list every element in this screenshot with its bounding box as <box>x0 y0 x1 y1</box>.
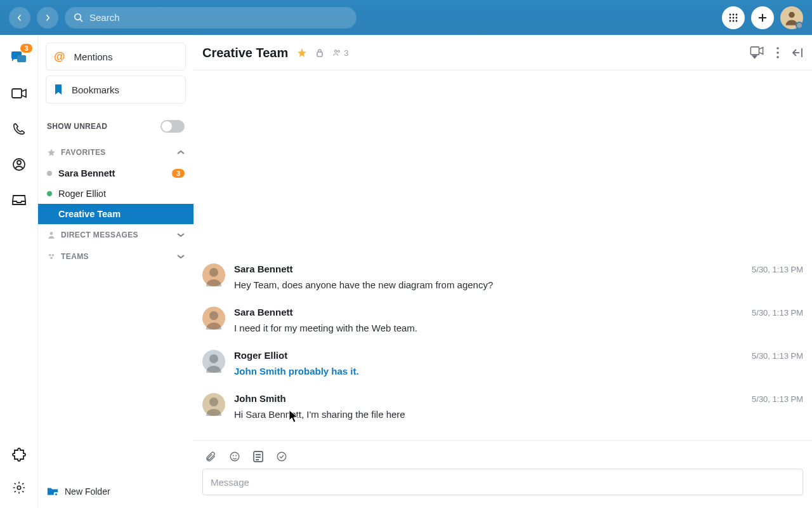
message: Roger Elliot5/30, 1:13 PMJohn Smith prob… <box>202 342 803 385</box>
collapse-panel-button[interactable] <box>792 48 803 58</box>
search-icon <box>74 13 83 22</box>
rail-contacts[interactable] <box>7 156 31 173</box>
smile-icon <box>229 451 240 462</box>
svg-point-10 <box>789 11 794 17</box>
bookmarks-tab[interactable]: Bookmarks <box>46 76 186 104</box>
dialpad-icon <box>728 13 738 23</box>
svg-point-18 <box>49 254 51 257</box>
message-author: Sara Bennett <box>234 264 293 274</box>
teams-header[interactable]: TEAMS <box>38 246 193 267</box>
svg-point-7 <box>730 20 731 22</box>
svg-point-6 <box>736 17 738 18</box>
dialpad-button[interactable] <box>722 6 745 29</box>
rail-settings[interactable] <box>7 479 31 497</box>
svg-rect-22 <box>317 52 322 57</box>
unread-badge: 3 <box>172 169 185 178</box>
chat-title: Creative Team <box>202 46 288 60</box>
show-unread-label: SHOW UNREAD <box>47 122 107 131</box>
bookmark-icon <box>54 84 63 95</box>
favorites-header[interactable]: FAVORITES <box>38 142 193 163</box>
note-button[interactable] <box>253 451 263 462</box>
mentions-tab[interactable]: @ Mentions <box>46 43 186 70</box>
message-author: Roger Elliot <box>234 350 287 361</box>
svg-point-1 <box>730 13 731 15</box>
favorite-name: Roger Elliot <box>58 189 106 199</box>
chat-header: Creative Team 3 <box>193 36 812 70</box>
svg-point-19 <box>52 254 55 257</box>
svg-point-8 <box>733 20 735 22</box>
teams-label: TEAMS <box>61 252 89 261</box>
rail-inbox[interactable] <box>7 191 31 209</box>
star-icon[interactable] <box>297 48 307 58</box>
inbox-icon <box>12 194 26 206</box>
chevron-up-icon <box>177 150 185 155</box>
message-avatar[interactable] <box>202 393 225 416</box>
caret-down-icon <box>752 55 757 59</box>
members-indicator[interactable]: 3 <box>332 48 348 58</box>
svg-rect-25 <box>750 47 759 55</box>
svg-point-30 <box>209 311 218 320</box>
composer-area <box>193 440 812 508</box>
svg-point-17 <box>50 232 53 235</box>
new-item-button[interactable] <box>751 6 774 29</box>
rail-video[interactable] <box>7 84 31 102</box>
favorite-item[interactable]: Creative Team <box>38 204 193 224</box>
favorite-item[interactable]: Roger Elliot <box>38 184 193 204</box>
svg-point-2 <box>733 13 735 15</box>
svg-point-26 <box>776 47 779 50</box>
message-timestamp: 5/30, 1:13 PM <box>752 308 803 318</box>
favorite-item[interactable]: Sara Bennett3 <box>38 163 193 184</box>
lock-icon <box>316 48 324 57</box>
message: Sara Bennett5/30, 1:13 PMI need it for m… <box>202 299 803 342</box>
more-menu-button[interactable] <box>776 47 779 58</box>
bookmarks-label: Bookmarks <box>72 84 119 95</box>
folder-plus-icon <box>47 486 58 497</box>
favorites-label: FAVORITES <box>61 148 106 157</box>
dm-label: DIRECT MESSAGES <box>61 231 138 239</box>
direct-messages-header[interactable]: DIRECT MESSAGES <box>38 224 193 246</box>
chat-icon <box>11 51 27 65</box>
task-button[interactable] <box>276 451 287 462</box>
attach-button[interactable] <box>205 451 216 462</box>
search-input[interactable] <box>89 12 348 23</box>
nav-rail: 3 <box>0 35 38 508</box>
chevron-down-icon <box>177 254 185 259</box>
video-call-button[interactable] <box>750 46 764 59</box>
message-composer[interactable] <box>202 469 803 495</box>
user-circle-icon <box>12 157 26 171</box>
kebab-icon <box>776 47 779 58</box>
chat-pane: Creative Team 3 <box>193 35 812 508</box>
new-folder-label: New Folder <box>65 486 110 497</box>
svg-point-31 <box>209 354 218 363</box>
message-input[interactable] <box>211 477 795 488</box>
paperclip-icon <box>205 451 216 462</box>
message: John Smith5/30, 1:13 PMHi Sara Bennett, … <box>202 385 803 429</box>
note-icon <box>253 451 263 462</box>
sidebar: @ Mentions Bookmarks SHOW UNREAD FAVORIT… <box>38 35 193 508</box>
svg-point-3 <box>736 13 738 15</box>
topbar <box>0 0 812 35</box>
new-folder-button[interactable]: New Folder <box>38 478 193 508</box>
message: Sara Bennett5/30, 1:13 PMHey Team, does … <box>202 256 803 299</box>
message-avatar[interactable] <box>202 264 225 286</box>
profile-avatar[interactable] <box>780 6 803 29</box>
show-unread-toggle[interactable] <box>160 120 185 133</box>
svg-point-27 <box>776 51 779 54</box>
check-circle-icon <box>276 451 287 462</box>
message-avatar[interactable] <box>202 350 225 373</box>
message-timestamp: 5/30, 1:13 PM <box>752 265 803 274</box>
search-bar[interactable] <box>65 7 357 29</box>
message-avatar[interactable] <box>202 307 225 330</box>
people-icon <box>332 48 341 57</box>
team-icon <box>47 252 56 261</box>
message-list: Sara Bennett5/30, 1:13 PMHey Team, does … <box>193 70 812 440</box>
video-icon <box>11 88 27 98</box>
nav-forward-button[interactable] <box>37 7 58 29</box>
emoji-button[interactable] <box>229 451 240 462</box>
svg-rect-12 <box>17 55 26 62</box>
rail-apps[interactable] <box>7 446 31 464</box>
message-text-link[interactable]: John Smith probably has it. <box>234 364 803 378</box>
rail-phone[interactable] <box>7 120 31 138</box>
rail-messages[interactable]: 3 <box>7 49 31 67</box>
nav-back-button[interactable] <box>9 7 30 29</box>
